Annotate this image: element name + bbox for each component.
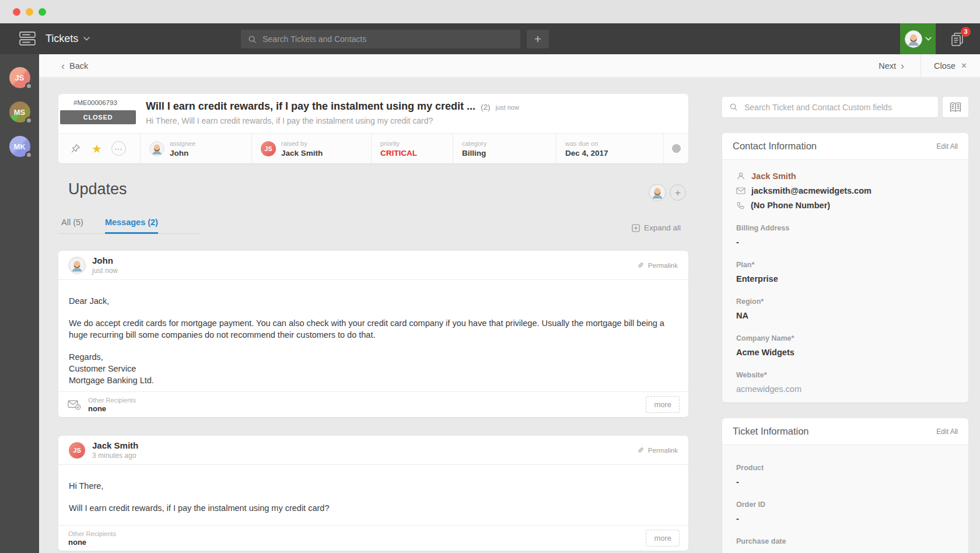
field-value: Acme Widgets (736, 348, 954, 357)
star-button[interactable]: ★ (87, 139, 107, 159)
macos-titlebar (0, 0, 980, 23)
back-button[interactable]: ‹ Back (61, 61, 88, 71)
field-label: Order ID (736, 501, 954, 509)
meta-extra[interactable] (663, 134, 688, 163)
ticket-header-card: #ME00006793 CLOSED Will I earn credit re… (58, 94, 688, 163)
ticket-info-title: Ticket Information (733, 426, 809, 437)
field-product[interactable]: Product - (736, 464, 954, 487)
field-website[interactable]: Website* acmewidges.com (736, 371, 954, 394)
updates-tabs: All (5) Messages (2) (58, 218, 200, 234)
field-company-name[interactable]: Company Name* Acme Widgets (736, 334, 954, 357)
meta-due-date[interactable]: was due on Dec 4, 2017 (556, 134, 663, 163)
ticket-time: just now (496, 104, 519, 111)
message-author: John (92, 256, 118, 265)
permalink-label: Permalink (648, 447, 678, 454)
user-menu[interactable] (900, 23, 936, 54)
agent-avatar-mk[interactable]: MK (9, 136, 30, 157)
back-label: Back (69, 61, 88, 71)
message-header: John just now Permalink (58, 251, 688, 280)
window-zoom-button[interactable] (38, 8, 46, 16)
next-button[interactable]: Next › (878, 61, 921, 71)
contact-name[interactable]: Jack Smith (751, 172, 796, 181)
meta-assignee[interactable]: assignee John (140, 134, 251, 163)
category-value: Billing (462, 149, 487, 158)
meta-priority[interactable]: priority CRITICAL (371, 134, 453, 163)
agent-initials: MK (13, 142, 25, 151)
other-recipients-value: none (88, 404, 136, 413)
contact-phone-row[interactable]: (No Phone Number) (736, 201, 954, 210)
field-value: - (736, 477, 954, 487)
contact-avatar: JS (261, 141, 276, 156)
expand-all-button[interactable]: Expand all (632, 223, 681, 232)
status-dot (25, 82, 33, 90)
contact-email[interactable]: jacksmith@acmewidgets.com (751, 186, 872, 195)
close-label: Close (934, 61, 956, 71)
window-minimize-button[interactable] (26, 8, 33, 16)
chevron-down-icon (83, 37, 90, 41)
close-ticket-button[interactable]: Close ✕ (921, 61, 980, 71)
agent-avatar-js[interactable]: JS (9, 67, 30, 88)
module-switcher[interactable]: Tickets (46, 23, 90, 54)
notification-badge: 3 (961, 27, 971, 37)
ticket-toolbar: ‹ Back Next › Close ✕ (39, 54, 980, 78)
tickets-module-icon[interactable] (18, 30, 37, 48)
message-card-john: John just now Permalink Dear Jack, We do… (58, 251, 688, 417)
field-label: Website* (736, 371, 954, 379)
field-purchase-date[interactable]: Purchase date (736, 537, 954, 545)
agent-avatar-ms[interactable]: MS (9, 102, 30, 123)
message-author: Jack Smith (92, 440, 138, 450)
more-button[interactable]: more (646, 530, 680, 547)
message-footer: Other Recipients none more (58, 525, 688, 551)
contact-info-title: Contact Information (733, 141, 817, 152)
next-label: Next (878, 61, 896, 71)
pin-icon (70, 143, 81, 154)
field-order-id[interactable]: Order ID - (736, 501, 954, 523)
message-header: JS Jack Smith 3 minutes ago Permalink (58, 436, 688, 465)
ticket-edit-all-button[interactable]: Edit All (936, 428, 958, 436)
other-recipients-label: Other Recipients (68, 530, 116, 537)
field-value[interactable]: acmewidges.com (736, 384, 954, 394)
global-search-input[interactable] (262, 34, 513, 44)
window-close-button[interactable] (13, 8, 20, 16)
chevron-left-icon: ‹ (61, 61, 65, 71)
tab-all[interactable]: All (5) (61, 218, 83, 227)
permalink-button[interactable]: Permalink (637, 261, 678, 269)
field-region[interactable]: Region* NA (736, 298, 954, 320)
participant-avatar[interactable] (649, 184, 666, 201)
field-plan[interactable]: Plan* Enterprise (736, 261, 954, 284)
ticket-title[interactable]: Will I earn credit rewards, if I pay the… (146, 100, 475, 113)
contact-name-row[interactable]: Jack Smith (736, 172, 954, 181)
agent-initials: MS (14, 108, 26, 117)
message-greeting: Dear Jack, (69, 295, 678, 307)
field-label: Purchase date (736, 537, 954, 545)
permalink-button[interactable]: Permalink (637, 446, 678, 454)
message-paragraph: Will I earn credit rewards, if I pay the… (69, 502, 678, 514)
other-recipients-label: Other Recipients (88, 397, 136, 404)
message-body: Hi There, Will I earn credit rewards, if… (58, 465, 688, 514)
field-label: Region* (736, 298, 954, 306)
field-billing-address[interactable]: Billing Address - (736, 224, 954, 247)
tab-messages[interactable]: Messages (2) (105, 218, 158, 227)
raised-by-value: Jack Smith (281, 149, 323, 158)
contact-information-card: Contact Information Edit All Jack Smith … (722, 133, 968, 402)
signature-line: Regards, (69, 351, 678, 363)
pin-button[interactable] (65, 139, 85, 159)
ticket-id: #ME00006793 (74, 99, 117, 106)
meta-raised-by[interactable]: JS raised by Jack Smith (251, 134, 371, 163)
meta-category[interactable]: category Billing (453, 134, 556, 163)
more-options-button[interactable]: ⋯ (108, 139, 128, 159)
contact-edit-all-button[interactable]: Edit All (936, 142, 958, 150)
author-avatar (69, 257, 85, 274)
add-participant-button[interactable]: + (670, 184, 686, 201)
more-actions-button[interactable]: More Actions (631, 78, 675, 80)
notifications-button[interactable]: 3 (946, 30, 968, 49)
global-search (241, 30, 520, 48)
message-body: Dear Jack, We do accept credit cards for… (58, 280, 688, 386)
add-ticket-button[interactable]: + (527, 30, 549, 48)
custom-fields-search-input[interactable] (744, 103, 931, 112)
contact-email-row[interactable]: jacksmith@acmewidgets.com (736, 186, 954, 195)
ticket-information-card: Ticket Information Edit All Product - Or… (722, 418, 968, 553)
expand-all-label: Expand all (644, 223, 681, 232)
fields-layout-button[interactable] (943, 97, 968, 117)
more-button[interactable]: more (646, 396, 680, 413)
